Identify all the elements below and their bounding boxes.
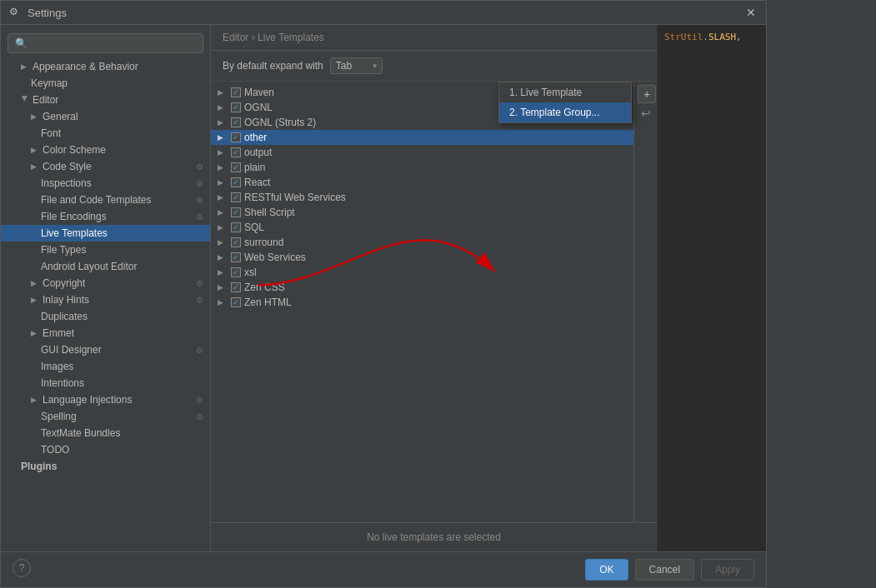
group-checkbox[interactable] — [231, 252, 241, 262]
expand-arrow-icon: ▶ — [218, 268, 228, 277]
dialog-body: ▶ Appearance & Behavior Keymap ▶ Editor … — [1, 25, 766, 551]
group-label: Web Services — [244, 252, 306, 263]
arrow-icon: ▶ — [31, 146, 39, 154]
settings-icon: ⚙ — [196, 396, 203, 405]
group-checkbox[interactable] — [231, 237, 241, 247]
sidebar-item-images[interactable]: Images — [1, 358, 210, 375]
sidebar-item-file-types[interactable]: File Types — [1, 242, 210, 258]
sidebar-item-color-scheme[interactable]: ▶ Color Scheme — [1, 142, 210, 158]
dialog-title: Settings — [28, 7, 67, 19]
expand-label: By default expand with — [223, 60, 323, 72]
sidebar-item-inlay-hints[interactable]: ▶ Inlay Hints ⚙ — [1, 292, 210, 308]
template-list-actions: + ↩ — [633, 82, 657, 522]
sidebar-item-plugins[interactable]: Plugins — [1, 458, 210, 475]
popup-menu: 1. Live Template 2. Template Group... — [498, 82, 632, 123]
group-checkbox[interactable] — [231, 192, 241, 202]
cancel-button[interactable]: Cancel — [635, 559, 694, 581]
group-zen-html[interactable]: ▶ Zen HTML — [211, 295, 633, 310]
group-checkbox[interactable] — [231, 162, 241, 172]
group-label: Zen HTML — [244, 296, 292, 308]
group-surround[interactable]: ▶ surround — [211, 235, 633, 250]
sidebar-item-textmate[interactable]: TextMate Bundles — [1, 425, 210, 441]
group-checkbox[interactable] — [231, 207, 241, 217]
help-button[interactable]: ? — [13, 559, 31, 577]
sidebar-item-file-code-templates[interactable]: File and Code Templates ⚙ — [1, 192, 210, 208]
sidebar-item-android-layout[interactable]: Android Layout Editor — [1, 258, 210, 275]
group-checkbox[interactable] — [231, 117, 241, 127]
group-label: OGNL — [244, 102, 273, 113]
title-bar: ⚙ Settings ✕ — [1, 1, 766, 25]
expand-arrow-icon: ▶ — [218, 208, 228, 217]
sidebar-item-general[interactable]: ▶ General — [1, 108, 210, 125]
toolbar: By default expand with Tab Enter Space — [211, 51, 657, 82]
sidebar-item-editor[interactable]: ▶ Editor — [1, 92, 210, 108]
expand-arrow-icon: ▶ — [218, 118, 228, 127]
group-sql[interactable]: ▶ SQL — [211, 220, 633, 235]
sidebar-item-emmet[interactable]: ▶ Emmet — [1, 325, 210, 341]
settings-icon: ⚙ — [196, 212, 203, 222]
settings-icon: ⚙ — [196, 196, 203, 205]
group-output[interactable]: ▶ output — [211, 145, 633, 160]
group-xsl[interactable]: ▶ xsl — [211, 265, 633, 280]
group-checkbox[interactable] — [231, 177, 241, 187]
sidebar-item-spelling[interactable]: Spelling ⚙ — [1, 408, 210, 425]
group-checkbox[interactable] — [231, 267, 241, 277]
group-react[interactable]: ▶ React — [211, 175, 633, 190]
group-checkbox[interactable] — [231, 147, 241, 157]
undo-button[interactable]: ↩ — [638, 105, 653, 122]
expand-select[interactable]: Tab Enter Space — [330, 57, 383, 74]
popup-item-template-group[interactable]: 2. Template Group... — [499, 102, 631, 122]
group-checkbox[interactable] — [231, 87, 241, 97]
close-button[interactable]: ✕ — [744, 6, 758, 19]
sidebar-item-code-style[interactable]: ▶ Code Style ⚙ — [1, 158, 210, 175]
expand-arrow-icon: ▶ — [218, 148, 228, 157]
group-checkbox[interactable] — [231, 282, 241, 292]
sidebar-item-keymap[interactable]: Keymap — [1, 75, 210, 92]
group-other[interactable]: ▶ other — [211, 130, 633, 145]
group-label: plain — [244, 162, 265, 173]
sidebar-item-intentions[interactable]: Intentions — [1, 375, 210, 391]
code-method: SLASH — [708, 32, 736, 42]
sidebar-item-copyright[interactable]: ▶ Copyright ⚙ — [1, 275, 210, 292]
settings-icon: ⚙ — [196, 296, 203, 305]
group-label: Zen CSS — [244, 282, 285, 293]
settings-icon: ⚙ — [196, 179, 203, 188]
sidebar-item-live-templates[interactable]: Live Templates — [1, 225, 210, 242]
expand-arrow-icon: ▶ — [218, 223, 228, 232]
expand-arrow-icon: ▶ — [218, 103, 228, 112]
search-input[interactable] — [8, 33, 203, 53]
ok-button[interactable]: OK — [585, 559, 628, 581]
group-label: OGNL (Struts 2) — [244, 117, 316, 128]
arrow-icon: ▶ — [31, 112, 39, 121]
popup-item-live-template[interactable]: 1. Live Template — [499, 82, 631, 102]
sidebar-item-language-injections[interactable]: ▶ Language Injections ⚙ — [1, 391, 210, 408]
group-checkbox[interactable] — [231, 132, 241, 142]
group-web-services[interactable]: ▶ Web Services — [211, 250, 633, 265]
settings-icon: ⚙ — [196, 279, 203, 288]
group-plain[interactable]: ▶ plain — [211, 160, 633, 175]
group-checkbox[interactable] — [231, 297, 241, 307]
sidebar-item-file-encodings[interactable]: File Encodings ⚙ — [1, 208, 210, 225]
group-checkbox[interactable] — [231, 102, 241, 112]
settings-icon: ⚙ — [196, 162, 203, 172]
add-button[interactable]: + — [638, 85, 656, 103]
expand-arrow-icon: ▶ — [218, 88, 228, 97]
sidebar-item-duplicates[interactable]: Duplicates — [1, 308, 210, 325]
group-label: SQL — [244, 222, 264, 233]
sidebar: ▶ Appearance & Behavior Keymap ▶ Editor … — [1, 25, 211, 551]
sidebar-item-font[interactable]: Font — [1, 125, 210, 142]
expand-arrow-icon: ▶ — [218, 238, 228, 247]
sidebar-item-todo[interactable]: TODO — [1, 441, 210, 458]
expand-arrow-icon: ▶ — [218, 163, 228, 172]
sidebar-item-inspections[interactable]: Inspections ⚙ — [1, 175, 210, 192]
template-list: ▶ Maven ▶ OGNL ▶ OGNL (Struts 2) — [211, 82, 633, 522]
group-restful[interactable]: ▶ RESTful Web Services — [211, 190, 633, 205]
group-zen-css[interactable]: ▶ Zen CSS — [211, 280, 633, 295]
group-shell[interactable]: ▶ Shell Script — [211, 205, 633, 220]
sidebar-item-gui-designer[interactable]: GUI Designer ⚙ — [1, 341, 210, 358]
sidebar-item-appearance[interactable]: ▶ Appearance & Behavior — [1, 58, 210, 75]
bottom-panel: No live templates are selected — [211, 522, 657, 551]
group-checkbox[interactable] — [231, 222, 241, 232]
arrow-icon: ▶ — [21, 62, 29, 71]
expand-arrow-icon: ▶ — [218, 253, 228, 262]
